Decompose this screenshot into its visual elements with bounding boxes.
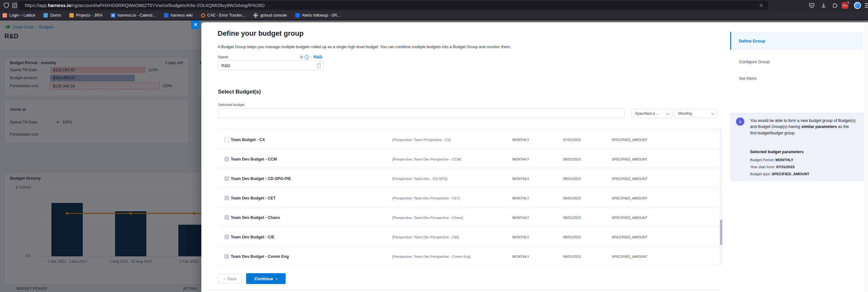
budget-perspective: [Perspective: Team Dev Perspective - CET… (393, 196, 460, 200)
budget-start-date: 08/01/2023 (563, 235, 581, 239)
domo-favicon (43, 13, 48, 17)
budget-start-date: 08/01/2023 (563, 196, 581, 200)
budget-perspective: [Perspective: Team Dev Perspective - CIE… (393, 235, 459, 239)
selected-budget-parameters-title: Selected budget parameters (750, 150, 803, 154)
bookmark-item[interactable]: harness wiki (164, 13, 193, 17)
bookmark-star-icon[interactable]: ☆ (759, 2, 764, 8)
bookmark-item[interactable]: gcloud console (253, 13, 287, 17)
download-icon[interactable] (820, 2, 827, 9)
globe-favicon (253, 13, 258, 17)
budget-perspective: [Perspective: Team Dev Perspective - CCM… (393, 157, 461, 161)
address-bar[interactable]: https://app.harness.io/ng/account/wFHXHD… (19, 1, 768, 10)
budget-type: SPECIFIED_AMOUNT (612, 157, 648, 161)
url-text: https://app.harness.io/ng/account/wFHXHD… (25, 3, 265, 8)
pocket-icon[interactable] (809, 2, 815, 9)
row-checkbox[interactable] (224, 254, 229, 259)
budget-name: Team Dev Budget - Comm Eng (231, 254, 289, 259)
shield-icon[interactable] (3, 2, 9, 9)
bookmark-item[interactable]: Domo (43, 13, 61, 17)
footer-divider (202, 290, 721, 290)
confluence-favicon (295, 13, 300, 17)
entity-id-row: Id i : R&D (300, 55, 322, 59)
id-label: Id (300, 55, 303, 59)
row-checkbox[interactable] (224, 176, 229, 181)
budget-group-modal: Define your budget group A Budget Group … (202, 22, 868, 292)
chevron-down-icon (666, 112, 670, 115)
extensions-puzzle-icon[interactable] (832, 2, 838, 9)
wizard-step-set-alerts[interactable]: Set Alerts (730, 69, 863, 87)
lattice-favicon (3, 13, 7, 17)
browser-toolbar: https://app.harness.io/ng/account/wFHXHD… (0, 0, 868, 11)
row-checkbox[interactable] (224, 196, 229, 200)
bookmarks-bar: Login – Lattice Domo Projects - JIRA 31h… (0, 11, 868, 20)
budget-perspective: [Perspective: Team Dev Perspective - Cha… (393, 216, 463, 220)
budget-perspective: [Perspective: Team Dev Perspective - Com… (393, 255, 470, 258)
period-dropdown[interactable]: Monthly (675, 109, 717, 118)
row-checkbox[interactable] (224, 157, 229, 161)
budget-type: SPECIFIED_AMOUNT (612, 235, 648, 239)
budget-start-date: 07/31/2023 (563, 138, 581, 142)
budget-period: MONTHLY (512, 235, 529, 239)
budget-type: SPECIFIED_AMOUNT (612, 216, 648, 220)
row-checkbox[interactable] (224, 137, 229, 142)
budget-type: SPECIFIED_AMOUNT (612, 255, 648, 258)
table-row[interactable]: Team Dev Budget - Chaos [Perspective: Te… (218, 208, 722, 227)
wizard-step-define-group[interactable]: Define Group (730, 32, 863, 50)
table-scrollbar-track (720, 127, 722, 265)
selected-budget-label: Selected budget (218, 103, 245, 107)
budget-perspective: [Perspective: Team Dev - CD-SPG] (393, 177, 447, 181)
name-input-value: R&D (221, 63, 230, 68)
budget-start-date: 08/01/2023 (563, 255, 581, 258)
table-row[interactable]: Team Dev Budget - CET [Perspective: Team… (218, 189, 722, 207)
bookmark-item[interactable]: Alerts followup - SR... (295, 13, 340, 17)
back-button[interactable]: ‹ Back (218, 274, 242, 283)
chevron-left-icon: ‹ (224, 277, 225, 281)
table-scrollbar-thumb[interactable] (720, 220, 722, 245)
modal-description: A Budget Group helps you manage multiple… (218, 45, 511, 49)
window-divider (0, 20, 868, 21)
table-row[interactable]: Team Dev Budget - Comm Eng [Perspective:… (218, 247, 722, 265)
profile-avatar-icon[interactable] (854, 2, 861, 9)
budget-start-date: 08/01/2023 (563, 216, 581, 220)
bookmark-item[interactable]: CAE - Error Trackin... (201, 13, 245, 17)
budget-name: Team Dev Budget - CD-SPG-PIE (231, 177, 291, 181)
bookmark-item[interactable]: Login – Lattice (3, 13, 35, 17)
cae-favicon (201, 13, 205, 17)
wizard-step-configure-group[interactable]: Configure Group (730, 53, 863, 71)
page-permissions-icon[interactable] (11, 2, 18, 9)
budget-type: SPECIFIED_AMOUNT (612, 196, 648, 200)
table-row[interactable]: Team Dev Budget - CD-SPG-PIE [Perspectiv… (218, 170, 722, 188)
budget-start-date: 08/01/2023 (563, 177, 581, 181)
budget-period: MONTHLY (512, 138, 529, 142)
extension-badge: 1 (846, 1, 850, 4)
info-text: You would be able to form a new budget g… (750, 118, 856, 136)
row-checkbox[interactable] (224, 234, 229, 239)
budget-perspective: [Perspective: Team Perspective - CX] (393, 138, 451, 142)
close-icon[interactable]: ✕ (191, 20, 200, 29)
budget-period: MONTHLY (512, 255, 529, 258)
table-row[interactable]: Team Dev Budget - CIE [Perspective: Team… (218, 228, 722, 246)
password-manager-icon[interactable]: •••1 (842, 2, 848, 9)
bookmark-item[interactable]: 31harness.io - Calend... (111, 13, 156, 17)
budget-name: Team Dev Budget - CIE (231, 235, 275, 239)
confluence-favicon (164, 13, 168, 17)
budget-type-dropdown[interactable]: Specified a ... (631, 109, 673, 118)
table-row[interactable]: Team Dev Budget - CCM [Perspective: Team… (218, 150, 722, 168)
name-label: Name (218, 55, 228, 59)
budget-period: MONTHLY (512, 196, 529, 200)
info-icon[interactable]: i (305, 55, 309, 59)
calendar-favicon: 31 (111, 13, 115, 17)
bookmark-item[interactable]: Projects - JIRA (69, 13, 102, 17)
modal-scrollbar-track[interactable] (865, 22, 868, 292)
budget-period: MONTHLY (512, 216, 529, 220)
chevron-down-icon (711, 112, 715, 115)
id-separator: : (311, 55, 312, 59)
table-row[interactable]: Team Budget - CX [Perspective: Team Pers… (218, 131, 722, 149)
jira-favicon (69, 13, 74, 17)
row-checkbox[interactable] (224, 215, 229, 220)
continue-button[interactable]: Continue › (246, 273, 286, 284)
edit-id-icon[interactable] (317, 63, 320, 68)
selected-budget-input[interactable] (218, 109, 624, 118)
menu-icon[interactable] (865, 2, 868, 9)
name-input[interactable]: R&D (218, 61, 323, 70)
